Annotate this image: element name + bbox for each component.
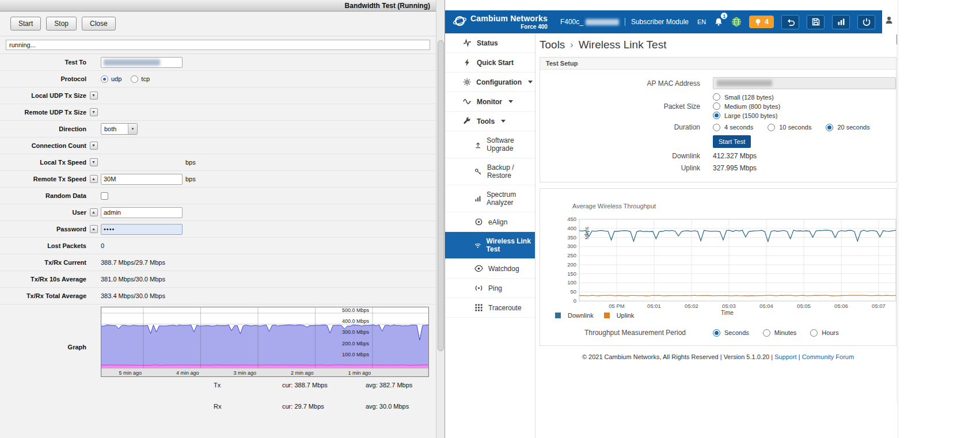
duration-20-radio[interactable] (826, 124, 833, 131)
chart-y-tick: 450 (567, 216, 576, 222)
expand-down-icon[interactable]: ▼ (90, 142, 98, 150)
sidebar-label: Spectrum Analyzer (487, 191, 533, 207)
user-input[interactable]: admin (101, 207, 183, 218)
measurement-period-options: Seconds Minutes Hours (713, 329, 839, 337)
packet-size-medium-radio[interactable] (713, 102, 720, 110)
language-selector[interactable]: EN (697, 18, 706, 25)
duration-4-radio[interactable] (713, 124, 720, 131)
chart-x-tick: 05 PM (609, 303, 625, 309)
uplink-legend-swatch (604, 313, 610, 318)
expand-down-icon[interactable]: ▼ (90, 158, 98, 166)
sidebar-label: Ping (488, 284, 502, 292)
save-button[interactable] (807, 15, 825, 29)
remote-tx-speed-input[interactable]: 30M (101, 174, 183, 185)
sidebar-item-ping[interactable]: Ping (445, 279, 535, 298)
chart-y-tick: 50 (570, 288, 576, 295)
direction-value: both (104, 125, 116, 132)
graph-row: Graph 500.0 Mbps400.0 Mbps300.0 Mbps200.… (0, 307, 436, 424)
target-icon (474, 218, 483, 226)
measure-hours-label[interactable]: Hours (822, 329, 838, 336)
sidebar-item-ealign[interactable]: eAlign (445, 212, 535, 232)
duration-10-radio[interactable] (768, 124, 775, 131)
remote-udp-tx-size-label: Remote UDP Tx Size (0, 109, 86, 116)
remote-tx-speed-unit: bps (185, 176, 196, 182)
account-icon[interactable] (884, 16, 894, 25)
sidebar: Status Quick Start Configuration Monitor (445, 33, 535, 438)
community-forum-link[interactable]: Community Forum (802, 353, 854, 360)
undo-icon (786, 17, 795, 26)
duration-20-label[interactable]: 20 seconds (837, 124, 869, 131)
statistics-button[interactable] (832, 15, 850, 29)
chart-x-tick: 05:01 (647, 303, 661, 309)
sidebar-item-software-upgrade[interactable]: Software Upgrade (445, 131, 535, 158)
cambium-window: Cambium Networks Force 400 F400c_ Subscr… (445, 0, 898, 438)
measure-hours-radio[interactable] (810, 329, 818, 337)
close-button[interactable]: Close (82, 17, 116, 31)
sidebar-item-monitor[interactable]: Monitor (445, 92, 535, 112)
test-to-row: Test To (0, 54, 436, 71)
duration-10-label[interactable]: 10 seconds (779, 124, 811, 131)
sidebar-item-tools[interactable]: Tools (445, 112, 535, 131)
measure-seconds-radio[interactable] (713, 329, 720, 337)
sidebar-label: Tools (477, 117, 495, 125)
measure-seconds-label[interactable]: Seconds (724, 329, 749, 336)
breadcrumb-section[interactable]: Tools (540, 39, 565, 51)
graph-y-label: 400.0 Mbps (342, 318, 370, 324)
measure-minutes-label[interactable]: Minutes (774, 329, 797, 336)
start-button[interactable]: Start (10, 17, 41, 31)
expand-down-icon[interactable]: ▼ (90, 108, 98, 116)
sidebar-item-spectrum-analyzer[interactable]: Spectrum Analyzer (445, 185, 535, 212)
collapse-up-icon[interactable]: ▲ (90, 175, 98, 183)
brand-name: Cambium Networks (470, 14, 548, 23)
collapse-up-icon[interactable]: ▲ (90, 208, 98, 216)
user-label: User (0, 209, 86, 216)
test-to-input[interactable] (101, 57, 183, 68)
collapse-up-icon[interactable]: ▲ (90, 225, 98, 233)
start-test-button[interactable]: Start Test (713, 135, 751, 148)
password-input[interactable]: •••• (101, 224, 183, 235)
packet-size-large-label[interactable]: Large (1500 bytes) (724, 112, 777, 119)
lost-packets-value: 0 (101, 242, 104, 249)
local-udp-tx-size-row: Local UDP Tx Size ▼ (0, 87, 436, 104)
support-link[interactable]: Support (774, 353, 797, 360)
protocol-row: Protocol udp tcp (0, 71, 436, 87)
protocol-udp-radio[interactable] (101, 75, 108, 83)
protocol-tcp-radio[interactable] (131, 75, 138, 83)
sidebar-item-quick-start[interactable]: Quick Start (445, 53, 535, 73)
packet-size-medium-label[interactable]: Medium (800 bytes) (724, 103, 780, 110)
left-window-scrollbar[interactable] (436, 0, 445, 438)
graph-stats: Tx cur: 388.7 Mbps avg: 382.7 Mbps max: … (214, 382, 462, 424)
packet-size-small-radio[interactable] (713, 93, 720, 101)
duration-options: 4 seconds 10 seconds 20 seconds (713, 124, 870, 131)
sidebar-item-traceroute[interactable]: Traceroute (445, 298, 535, 318)
ap-mac-input[interactable] (713, 77, 896, 89)
graph-y-label: 500.0 Mbps (342, 307, 370, 313)
direction-select[interactable]: both ▼ (101, 123, 138, 135)
undo-button[interactable] (781, 15, 799, 29)
network-status-button[interactable] (731, 17, 742, 27)
packet-size-large-radio[interactable] (713, 112, 720, 119)
graph-x-label: 1 min ago (348, 370, 371, 376)
protocol-udp-label[interactable]: udp (111, 75, 121, 82)
random-data-checkbox[interactable] (101, 192, 108, 200)
protocol-tcp-label[interactable]: tcp (141, 75, 150, 82)
sidebar-item-status[interactable]: Status (445, 33, 535, 53)
expand-down-icon[interactable]: ▼ (90, 92, 98, 100)
packet-size-small-label[interactable]: Small (128 bytes) (724, 94, 774, 101)
alerts-button[interactable]: 4 (749, 16, 774, 28)
duration-4-label[interactable]: 4 seconds (724, 124, 753, 131)
stop-button[interactable]: Stop (46, 17, 77, 31)
device-prefix: F400c_ (560, 18, 583, 26)
scrollbar-thumb[interactable] (438, 40, 444, 351)
sidebar-item-backup-restore[interactable]: Backup / Restore (445, 158, 535, 185)
sidebar-label: Configuration (476, 78, 522, 86)
txrx-current-label: Tx/Rx Current (0, 259, 86, 266)
sidebar-item-watchdog[interactable]: Watchdog (445, 259, 535, 279)
notifications-button[interactable]: 1 (713, 17, 724, 27)
chevron-down-icon (508, 100, 513, 103)
power-button[interactable] (857, 15, 875, 29)
sidebar-item-wireless-link-test[interactable]: Wireless Link Test (445, 232, 535, 259)
sidebar-item-configuration[interactable]: Configuration (445, 73, 535, 92)
measure-minutes-radio[interactable] (763, 329, 770, 337)
key-icon (474, 167, 482, 176)
